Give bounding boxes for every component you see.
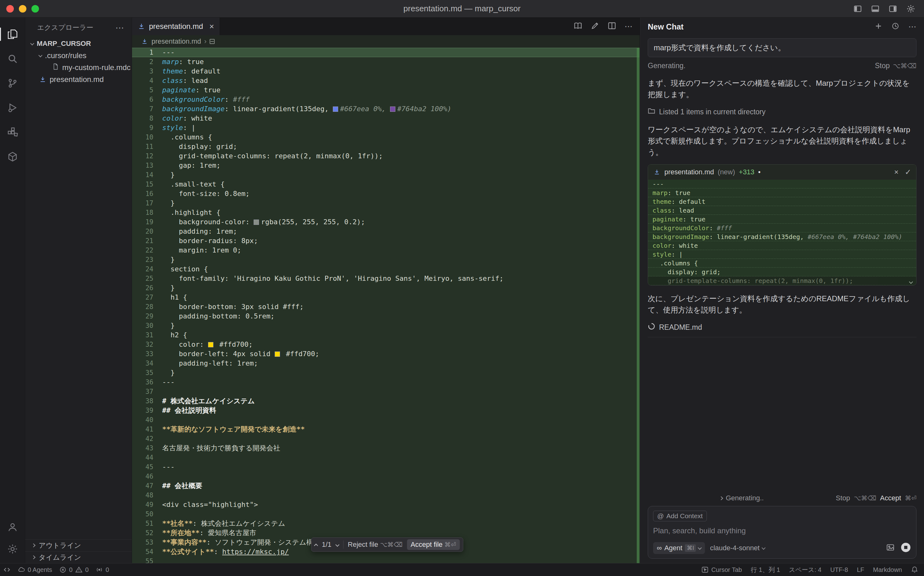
- footer-stop-button[interactable]: Stop: [836, 494, 850, 502]
- code-line[interactable]: 20 padding: 1rem;: [132, 227, 640, 236]
- code-line[interactable]: 15 .small-text {: [132, 180, 640, 189]
- run-debug-icon[interactable]: [0, 97, 25, 119]
- tool-list-directory[interactable]: Listed 1 items in current directory: [648, 107, 916, 117]
- open-changes-icon[interactable]: [590, 21, 599, 31]
- next-change-icon[interactable]: [335, 543, 339, 547]
- code-line[interactable]: 22 margin: 1rem 0;: [132, 246, 640, 255]
- reject-file-button[interactable]: Reject file ⌥⌘⌫: [348, 541, 403, 549]
- line-col-status[interactable]: 行 1、列 1: [751, 566, 780, 574]
- close-window-button[interactable]: [6, 5, 14, 13]
- timeline-section[interactable]: タイムライン: [25, 551, 132, 563]
- card-reject-icon[interactable]: ×: [894, 168, 898, 176]
- code-line[interactable]: 13 gap: 1rem;: [132, 161, 640, 170]
- code-line[interactable]: 6backgroundColor: #fff: [132, 95, 640, 104]
- outline-section[interactable]: アウトライン: [25, 539, 132, 551]
- code-line[interactable]: 5paginate: true: [132, 85, 640, 95]
- language-status[interactable]: Markdown: [873, 566, 902, 573]
- breadcrumb-file[interactable]: presentation.md: [151, 37, 201, 46]
- history-icon[interactable]: [891, 22, 900, 31]
- agents-status[interactable]: 0 Agents: [18, 566, 52, 573]
- cursor-tab-status[interactable]: Cursor Tab: [701, 566, 742, 573]
- attach-image-icon[interactable]: [886, 543, 895, 553]
- code-line[interactable]: 2marp: true: [132, 57, 640, 67]
- diff-card-presentation-md[interactable]: presentation.md (new) +313 • × ✓ ---marp…: [648, 164, 916, 285]
- misc-extension-icon[interactable]: [0, 146, 25, 168]
- code-line[interactable]: 12 grid-template-columns: repeat(2, minm…: [132, 151, 640, 161]
- send-stop-button[interactable]: [900, 542, 911, 554]
- more-actions-icon[interactable]: ⋯: [624, 22, 633, 31]
- code-line[interactable]: 25 font-family: 'Hiragino Kaku Gothic Pr…: [132, 274, 640, 283]
- code-line[interactable]: 33 border-left: 4px solid #ffd700;: [132, 349, 640, 358]
- code-line[interactable]: 38# 株式会社エムケイシステム: [132, 396, 640, 406]
- problems-status[interactable]: 0 0: [59, 566, 89, 573]
- card-accept-icon[interactable]: ✓: [905, 168, 911, 176]
- overview-ruler[interactable]: [637, 48, 640, 563]
- code-line[interactable]: 3theme: default: [132, 67, 640, 76]
- code-line[interactable]: 55: [132, 557, 640, 563]
- code-editor[interactable]: 1---2marp: true3theme: default4class: le…: [132, 48, 640, 563]
- account-icon[interactable]: [0, 516, 25, 538]
- composer-placeholder[interactable]: Plan, search, build anything: [653, 526, 911, 535]
- code-line[interactable]: 42: [132, 434, 640, 443]
- code-line[interactable]: 21 border-radius: 8px;: [132, 236, 640, 246]
- toggle-secondary-sidebar-icon[interactable]: [889, 5, 897, 13]
- code-line[interactable]: 51**社名**: 株式会社エムケイシステム: [132, 519, 640, 528]
- minimize-window-button[interactable]: [19, 5, 26, 13]
- code-line[interactable]: 24 section {: [132, 264, 640, 274]
- code-line[interactable]: 10 .columns {: [132, 133, 640, 142]
- accept-file-button[interactable]: Accept file ⌘⏎: [407, 539, 460, 550]
- split-editor-icon[interactable]: [608, 21, 616, 31]
- code-line[interactable]: 48: [132, 491, 640, 500]
- code-line[interactable]: 29 padding-bottom: 0.5rem;: [132, 312, 640, 321]
- encoding-status[interactable]: UTF-8: [830, 566, 848, 573]
- code-line[interactable]: 28 border-bottom: 3px solid #fff;: [132, 302, 640, 312]
- code-line[interactable]: 4class: lead: [132, 76, 640, 85]
- code-line[interactable]: 46: [132, 472, 640, 481]
- code-line[interactable]: 45---: [132, 462, 640, 472]
- code-line[interactable]: 30 }: [132, 321, 640, 330]
- eol-status[interactable]: LF: [857, 566, 864, 573]
- previous-change-icon[interactable]: [314, 543, 318, 547]
- explorer-more-actions-icon[interactable]: ⋯: [116, 22, 125, 33]
- indent-status[interactable]: スペース: 4: [789, 566, 821, 574]
- settings-gear-icon[interactable]: [906, 5, 915, 13]
- chat-composer[interactable]: @ Add Context Plan, search, build anythi…: [648, 506, 916, 559]
- chat-more-icon[interactable]: ⋯: [908, 22, 916, 32]
- search-icon[interactable]: [0, 48, 25, 70]
- code-line[interactable]: 43名古屋発・技術力で勝負する開発会社: [132, 443, 640, 453]
- tree-item-presentation-md[interactable]: presentation.md: [25, 74, 132, 85]
- code-line[interactable]: 14 }: [132, 170, 640, 180]
- code-line[interactable]: 37: [132, 387, 640, 396]
- code-line[interactable]: 8color: white: [132, 114, 640, 123]
- tool-readme[interactable]: README.md: [648, 323, 916, 337]
- code-line[interactable]: 23 }: [132, 255, 640, 264]
- code-line[interactable]: 44: [132, 453, 640, 462]
- card-filename[interactable]: presentation.md: [664, 168, 714, 176]
- code-line[interactable]: 17 }: [132, 198, 640, 208]
- code-line[interactable]: 41**革新的なソフトウェア開発で未来を創造**: [132, 425, 640, 434]
- toggle-primary-sidebar-icon[interactable]: [853, 5, 862, 13]
- remote-indicator[interactable]: [3, 566, 11, 573]
- manage-gear-icon[interactable]: [0, 538, 25, 560]
- agent-mode-selector[interactable]: ∞ Agent ⌘I: [653, 542, 705, 554]
- close-tab-icon[interactable]: ×: [209, 22, 214, 31]
- open-preview-icon[interactable]: [574, 21, 582, 31]
- code-line[interactable]: 34 padding-left: 1rem;: [132, 358, 640, 368]
- code-line[interactable]: 35 }: [132, 368, 640, 378]
- code-line[interactable]: 7backgroundImage: linear-gradient(135deg…: [132, 104, 640, 114]
- source-control-icon[interactable]: [0, 72, 25, 94]
- code-line[interactable]: 40: [132, 415, 640, 425]
- code-line[interactable]: 26 }: [132, 283, 640, 293]
- code-line[interactable]: 32 color: #ffd700;: [132, 340, 640, 349]
- model-selector[interactable]: claude-4-sonnet: [710, 544, 765, 552]
- breadcrumb-symbol-icon[interactable]: [210, 39, 215, 44]
- tree-root-marp-cursor[interactable]: MARP_CURSOR: [25, 38, 132, 50]
- code-line[interactable]: 11 display: grid;: [132, 142, 640, 151]
- notifications-bell-icon[interactable]: [911, 566, 918, 573]
- code-line[interactable]: 19 background-color: rgba(255, 255, 255,…: [132, 218, 640, 227]
- explorer-icon[interactable]: [0, 23, 25, 45]
- stop-button[interactable]: Stop: [875, 62, 890, 70]
- ports-status[interactable]: 0: [96, 566, 109, 573]
- tree-item-my-custom-rule[interactable]: my-custom-rule.mdc: [25, 62, 132, 74]
- tab-presentation-md[interactable]: presentation.md ×: [132, 18, 220, 35]
